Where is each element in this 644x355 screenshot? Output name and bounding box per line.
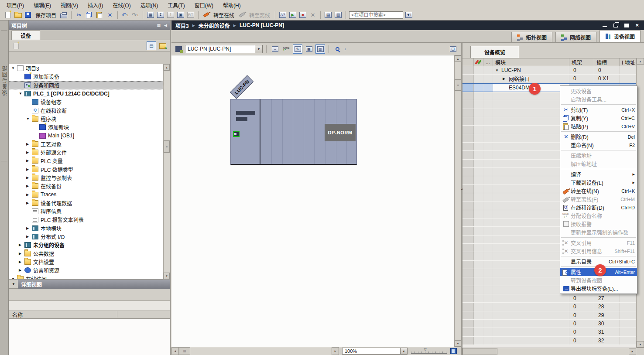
module-cell[interactable] — [493, 160, 569, 167]
module-cell[interactable] — [493, 151, 569, 159]
tree-item[interactable]: ▶ 设备代理数据 — [9, 199, 163, 207]
row-header-cell[interactable] — [462, 92, 474, 100]
expander-icon[interactable]: ▶ — [19, 268, 24, 272]
module-cell[interactable] — [493, 100, 569, 108]
row-header-cell[interactable] — [462, 236, 474, 243]
module-cell[interactable] — [493, 143, 569, 150]
context-menu-item[interactable]: 启动设备工具... — [560, 95, 637, 103]
upload-from-device-icon[interactable]: ↥ — [166, 10, 175, 19]
go-online-icon[interactable] — [202, 10, 210, 19]
collapse-panel-icon[interactable]: ◀ — [164, 23, 167, 27]
tree-scrollbar[interactable]: ▲ ≡ ▼ — [163, 64, 170, 279]
tree-item[interactable]: ▼ 在线访问 — [9, 274, 163, 279]
menu-item[interactable]: 项目(P) — [2, 0, 29, 10]
diagnostics-icon[interactable]: A? — [278, 10, 287, 19]
float-editor-icon[interactable]: ❏ — [448, 44, 458, 54]
context-menu-item[interactable]: 更新并显示强制的操作数 — [560, 228, 637, 236]
cross-icon[interactable]: ✕ — [308, 10, 317, 19]
tree-item[interactable]: ▶ 公共数据 — [9, 249, 163, 258]
table-row[interactable]: ▶网络接口 0 0 X1 — [462, 75, 636, 83]
row-header-cell[interactable] — [462, 320, 474, 328]
redo-icon[interactable]: ↷± — [131, 10, 140, 19]
ethernet-port-icon[interactable] — [233, 131, 240, 137]
row-header-cell[interactable] — [462, 227, 474, 235]
context-menu-item[interactable]: 复制(Y) Ctrl+C — [560, 114, 637, 122]
tree-item[interactable]: ▶ 在线备份 — [9, 182, 163, 190]
module-cell[interactable] — [493, 168, 569, 176]
scroll-down-icon[interactable]: ▼ — [637, 341, 644, 348]
module-cell[interactable] — [493, 244, 569, 252]
row-header-cell[interactable] — [462, 210, 474, 218]
menu-item[interactable]: 在线(O) — [108, 0, 135, 10]
module-cell[interactable] — [493, 311, 569, 319]
expander-icon[interactable]: ▶ — [26, 167, 32, 171]
menu-item[interactable]: 窗口(W) — [190, 0, 218, 10]
expander-icon[interactable]: ▶ — [26, 235, 32, 239]
module-cell[interactable] — [493, 117, 569, 125]
module-cell[interactable] — [493, 218, 569, 226]
scroll-thumb[interactable] — [462, 348, 497, 355]
view-tab[interactable]: 设备视图 — [599, 30, 641, 42]
expander-icon[interactable]: ▶ — [26, 201, 32, 205]
fit-view-icon[interactable] — [450, 348, 457, 354]
scroll-up-icon[interactable]: ▲ — [637, 58, 644, 65]
row-header-cell[interactable] — [462, 66, 474, 74]
breadcrumb-ungrouped-devices[interactable]: 未分组的设备 — [199, 22, 230, 29]
tree-item[interactable]: PLC 报警文本列表 — [9, 215, 163, 224]
zoom-icon[interactable] — [332, 44, 342, 54]
table-row[interactable]: 0 29 — [462, 311, 636, 320]
row-header-cell[interactable] — [462, 311, 474, 319]
slot-column-header[interactable]: 插槽 — [594, 58, 620, 66]
scroll-up-icon[interactable]: ▲ — [455, 55, 461, 62]
tree-item[interactable]: ▶ 外部源文件 — [9, 148, 163, 157]
tree-item[interactable]: 设备和网络 — [9, 81, 163, 89]
row-header-cell[interactable] — [462, 109, 474, 117]
tree-item[interactable]: ▶ 分布式 I/O — [9, 232, 163, 241]
row-header-cell[interactable] — [462, 100, 474, 108]
row-header-cell[interactable] — [462, 134, 474, 142]
print-icon[interactable] — [59, 10, 68, 19]
module-cell[interactable] — [493, 176, 569, 184]
context-menu-item[interactable]: 交叉引用 F11 — [560, 239, 637, 247]
start-cpu-icon[interactable]: ▶ — [288, 10, 297, 19]
module-cell[interactable] — [493, 337, 569, 345]
row-header-cell[interactable] — [462, 218, 474, 226]
show-addresses-icon[interactable]: ✎ — [293, 44, 302, 54]
table-row[interactable]: 0 30 — [462, 320, 636, 328]
head-module[interactable] — [231, 99, 260, 164]
maximize-icon[interactable] — [624, 23, 630, 27]
module-cell[interactable] — [493, 210, 569, 218]
scroll-down-icon[interactable]: ▼ — [164, 273, 170, 279]
row-header-cell[interactable] — [462, 303, 474, 311]
view-tab[interactable]: 网络视图 — [555, 32, 596, 42]
menu-item[interactable]: 插入(I) — [83, 0, 108, 10]
device-canvas[interactable]: LUC-PN DP-NORM — [171, 55, 454, 347]
module-cell[interactable] — [493, 261, 569, 269]
dp-norm-module[interactable]: DP-NORM — [325, 124, 356, 141]
expander-icon[interactable]: ▶ — [26, 193, 32, 197]
row-header-cell[interactable] — [462, 337, 474, 345]
context-menu-item[interactable]: 编译 — [560, 170, 637, 178]
module-cell[interactable] — [493, 236, 569, 243]
tree-item[interactable]: ▶ PLC 数据类型 — [9, 165, 163, 174]
expander-icon[interactable]: ▼ — [19, 92, 24, 96]
table-row[interactable]: 0 27 — [462, 294, 636, 303]
snap-grid-icon[interactable]: ▦ — [304, 44, 314, 54]
context-menu-item[interactable]: 粘贴(P) Ctrl+V — [560, 122, 637, 130]
zoom-options-icon[interactable]: ± — [344, 47, 346, 51]
tree-item[interactable]: ▼ PLC_1 [CPU 1214C DC/DC/DC] — [9, 89, 163, 98]
scroll-up-icon[interactable]: ▲ — [164, 64, 170, 71]
snapshot-icon[interactable]: ▣ — [176, 10, 185, 19]
go-online-button[interactable]: 转至在线 — [212, 11, 236, 19]
menu-item[interactable]: 工具(T) — [163, 0, 189, 10]
tree-item[interactable]: ▶ Traces — [9, 190, 163, 198]
row-header-cell[interactable] — [462, 160, 474, 167]
row-header-cell[interactable] — [462, 294, 474, 302]
zoom-level-select[interactable]: 100% ▼ — [342, 348, 408, 355]
menu-item[interactable]: 视图(V) — [56, 0, 83, 10]
row-header-cell[interactable] — [462, 201, 474, 209]
pin-panel-icon[interactable]: ▦ — [157, 23, 161, 27]
row-header-cell[interactable] — [462, 286, 474, 294]
context-menu-item[interactable]: 更改设备 — [560, 87, 637, 95]
project-info-icon[interactable]: ▼i — [404, 10, 413, 19]
